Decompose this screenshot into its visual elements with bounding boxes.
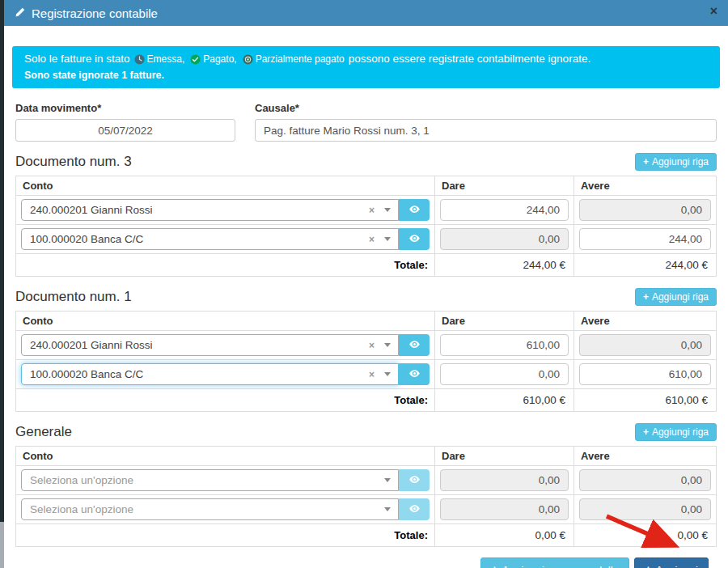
dare-input: [440, 498, 569, 520]
date-input[interactable]: [15, 119, 235, 142]
column-header-conto: Conto: [16, 447, 435, 466]
view-account-button[interactable]: [399, 334, 430, 356]
eye-icon: [408, 338, 421, 353]
view-account-button: [399, 469, 430, 491]
eye-icon: [408, 232, 421, 247]
avere-input[interactable]: [579, 228, 711, 250]
clear-icon[interactable]: ×: [369, 340, 375, 351]
status-pagato-label: Pagato,: [203, 53, 236, 66]
add-and-create-template-button[interactable]: + Aggiungi e crea modello: [480, 557, 629, 568]
conto-select[interactable]: 240.000201 Gianni Rossi ×: [21, 199, 430, 221]
dare-input[interactable]: [440, 334, 569, 356]
conto-select-box[interactable]: Seleziona un'opzione: [21, 469, 399, 491]
column-header-avere: Avere: [574, 447, 717, 466]
conto-select-placeholder: Seleziona un'opzione: [30, 474, 384, 486]
conto-select-box[interactable]: 240.000201 Gianni Rossi ×: [21, 199, 399, 221]
modal-header: Registrazione contabile ×: [4, 0, 728, 26]
conto-select-box[interactable]: 100.000020 Banca C/C ×: [21, 363, 399, 385]
total-avere: 244,00 €: [574, 254, 717, 277]
add-row-label: Aggiungi riga: [652, 426, 709, 438]
table-row: Seleziona un'opzione: [16, 466, 717, 495]
screen: Registrazione contabile × Solo le fattur…: [0, 0, 728, 568]
clear-icon[interactable]: ×: [369, 205, 375, 216]
conto-select[interactable]: 100.000020 Banca C/C ×: [21, 228, 430, 250]
table-row: 100.000020 Banca C/C ×: [16, 360, 717, 389]
avere-input: [579, 334, 711, 356]
banner-line1: Solo le fatture in stato Emessa, Pagato,: [24, 53, 708, 66]
modal-body: Solo le fatture in stato Emessa, Pagato,: [4, 26, 728, 568]
info-banner: Solo le fatture in stato Emessa, Pagato,: [12, 46, 720, 88]
column-header-dare: Dare: [435, 312, 574, 331]
table-header-row: Conto Dare Avere: [16, 312, 717, 331]
chevron-down-icon[interactable]: [384, 507, 391, 511]
dare-input: [440, 228, 569, 250]
status-emessa: Emessa,: [134, 53, 185, 66]
entries-table: Conto Dare Avere Seleziona un'opzione: [15, 446, 717, 547]
registrazione-contabile-modal: Registrazione contabile × Solo le fattur…: [4, 0, 728, 568]
total-dare: 244,00 €: [435, 254, 574, 277]
date-field-label: Data movimento*: [15, 102, 235, 114]
avere-input[interactable]: [579, 363, 711, 385]
close-icon[interactable]: ×: [710, 5, 717, 18]
totals-label: Totale:: [16, 389, 435, 412]
conto-select-box[interactable]: 100.000020 Banca C/C ×: [21, 228, 399, 250]
banner-ignored-count: Sono state ignorate 1 fatture.: [24, 70, 708, 82]
table-header-row: Conto Dare Avere: [16, 176, 717, 196]
view-account-button: [399, 498, 430, 520]
status-parzialmente-label: Parzialmente pagato: [256, 53, 345, 66]
chevron-down-icon[interactable]: [384, 237, 391, 241]
add-row-button[interactable]: + Aggiungi riga: [635, 423, 717, 441]
view-account-button[interactable]: [399, 199, 430, 221]
view-account-button[interactable]: [399, 363, 430, 385]
table-row: 240.000201 Gianni Rossi ×: [16, 331, 717, 360]
chevron-down-icon[interactable]: [384, 343, 391, 347]
totals-row: Totale: 0,00 € 0,00 €: [16, 524, 717, 547]
conto-select-box[interactable]: 240.000201 Gianni Rossi ×: [21, 334, 399, 356]
totals-row: Totale: 244,00 € 244,00 €: [16, 254, 717, 277]
column-header-conto: Conto: [16, 312, 435, 331]
causale-input[interactable]: [255, 119, 717, 142]
partial-status-icon: [243, 54, 253, 65]
view-account-button[interactable]: [399, 228, 430, 250]
section-generale: Generale + Aggiungi riga Conto Dare Aver…: [12, 423, 720, 547]
banner-suffix: possono essere registrate contabilmente …: [349, 53, 590, 66]
clear-icon[interactable]: ×: [369, 369, 375, 380]
form-row: Data movimento* Causale*: [12, 102, 720, 142]
section-documento-1: Documento num. 1 + Aggiungi riga Conto D…: [12, 288, 720, 412]
column-header-conto: Conto: [16, 176, 435, 196]
totals-label: Totale:: [16, 524, 435, 547]
dare-input: [440, 469, 569, 491]
column-header-dare: Dare: [435, 447, 574, 466]
plus-icon: +: [643, 291, 649, 303]
chevron-down-icon[interactable]: [384, 372, 391, 376]
status-emessa-label: Emessa,: [147, 53, 185, 66]
conto-select[interactable]: Seleziona un'opzione: [21, 498, 430, 520]
chevron-down-icon[interactable]: [384, 478, 391, 482]
entries-table: Conto Dare Avere 240.000201 Gianni Rossi: [15, 176, 717, 277]
section-title: Documento num. 3: [15, 154, 132, 170]
causale-field-label: Causale*: [255, 102, 717, 114]
chevron-down-icon[interactable]: [384, 208, 391, 212]
status-parzialmente-pagato: Parzialmente pagato: [243, 53, 345, 66]
modal-title: Registrazione contabile: [15, 6, 158, 20]
clear-icon[interactable]: ×: [369, 234, 375, 245]
conto-select-box[interactable]: Seleziona un'opzione: [21, 498, 399, 520]
dare-input[interactable]: [440, 363, 569, 385]
table-header-row: Conto Dare Avere: [16, 447, 717, 466]
eye-icon: [408, 502, 421, 517]
dare-input[interactable]: [440, 199, 569, 221]
section-title: Generale: [15, 424, 72, 440]
add-button[interactable]: + Aggiungi: [634, 557, 709, 568]
conto-select[interactable]: 100.000020 Banca C/C ×: [21, 363, 430, 385]
plus-icon: +: [491, 563, 497, 568]
check-status-icon: [190, 54, 201, 65]
add-row-label: Aggiungi riga: [652, 156, 709, 167]
add-row-button[interactable]: + Aggiungi riga: [635, 153, 717, 171]
banner-prefix: Solo le fatture in stato: [24, 53, 130, 66]
pencil-icon: [15, 6, 25, 20]
conto-select-placeholder: Seleziona un'opzione: [30, 503, 384, 515]
add-row-button[interactable]: + Aggiungi riga: [635, 288, 717, 306]
section-head: Documento num. 3 + Aggiungi riga: [15, 153, 717, 171]
conto-select[interactable]: Seleziona un'opzione: [21, 469, 430, 491]
conto-select[interactable]: 240.000201 Gianni Rossi ×: [21, 334, 430, 356]
